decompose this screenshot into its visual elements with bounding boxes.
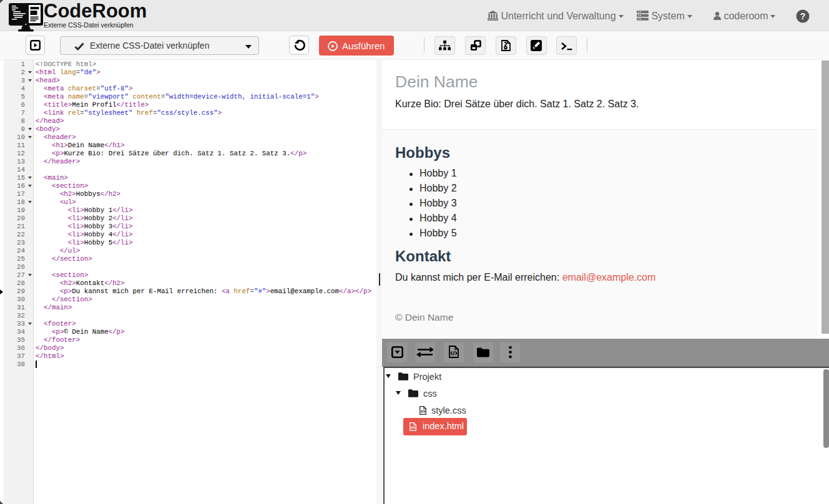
svg-text:?: ? [800, 11, 806, 21]
